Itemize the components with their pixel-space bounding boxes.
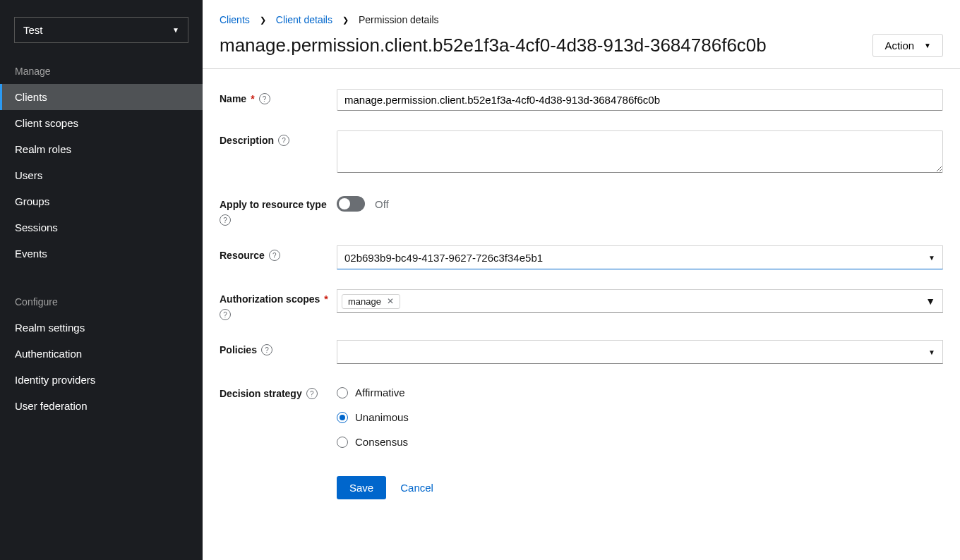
main-content: Clients ❯ Client details ❯ Permission de… (203, 0, 960, 560)
required-indicator: * (251, 93, 254, 104)
breadcrumb-current: Permission details (359, 14, 439, 25)
sidebar-item-users[interactable]: Users (0, 162, 203, 188)
name-input[interactable] (337, 89, 943, 111)
auth-scopes-select[interactable]: manage ✕ ▼ (337, 289, 943, 313)
policies-select[interactable]: ▼ (337, 340, 943, 364)
save-button[interactable]: Save (337, 476, 386, 499)
caret-down-icon: ▼ (924, 42, 931, 49)
chevron-right-icon: ❯ (342, 16, 349, 25)
nav-section-configure-label: Configure (0, 288, 203, 315)
cancel-button[interactable]: Cancel (397, 476, 436, 499)
action-dropdown-label: Action (884, 39, 914, 51)
caret-down-icon: ▼ (172, 26, 179, 34)
sidebar-item-realm-roles[interactable]: Realm roles (0, 136, 203, 162)
breadcrumb-clients[interactable]: Clients (220, 14, 250, 25)
chevron-right-icon: ❯ (260, 16, 266, 25)
description-label: Description (220, 135, 274, 146)
switch-off-label: Off (375, 198, 389, 210)
sidebar-item-realm-settings[interactable]: Realm settings (0, 315, 203, 341)
scope-chip: manage ✕ (342, 294, 400, 309)
realm-selector[interactable]: Test ▼ (14, 17, 188, 43)
help-icon[interactable]: ? (278, 135, 289, 146)
auth-scopes-label: Authorization scopes (220, 293, 320, 305)
page-header: Clients ❯ Client details ❯ Permission de… (203, 0, 960, 69)
caret-down-icon: ▼ (925, 296, 935, 307)
sidebar-item-groups[interactable]: Groups (0, 188, 203, 214)
required-indicator: * (324, 293, 328, 305)
radio-icon (337, 387, 348, 398)
realm-selector-label: Test (23, 24, 43, 36)
help-icon[interactable]: ? (259, 93, 270, 104)
resource-value: 02b693b9-bc49-4137-9627-726c3f34e5b1 (344, 252, 543, 264)
page-title: manage.permission.client.b52e1f3a-4cf0-4… (220, 35, 767, 56)
permission-form: Name * ? Description ? Apply to resource… (203, 69, 960, 519)
action-dropdown[interactable]: Action ▼ (872, 34, 943, 57)
radio-label: Consensus (355, 436, 408, 448)
radio-icon (337, 412, 348, 423)
policies-label: Policies (220, 344, 257, 355)
resource-label: Resource (220, 250, 265, 261)
resource-select[interactable]: 02b693b9-bc49-4137-9627-726c3f34e5b1 ▼ (337, 245, 943, 269)
radio-unanimous[interactable]: Unanimous (337, 411, 943, 423)
help-icon[interactable]: ? (306, 388, 318, 399)
decision-strategy-label: Decision strategy (220, 388, 302, 399)
sidebar-item-identity-providers[interactable]: Identity providers (0, 367, 203, 393)
close-icon[interactable]: ✕ (387, 296, 394, 306)
nav-section-manage-label: Manage (0, 57, 203, 84)
sidebar-item-client-scopes[interactable]: Client scopes (0, 110, 203, 136)
sidebar-item-user-federation[interactable]: User federation (0, 393, 203, 419)
help-icon[interactable]: ? (269, 250, 280, 261)
sidebar-item-authentication[interactable]: Authentication (0, 341, 203, 367)
chip-label: manage (348, 296, 381, 307)
description-input[interactable] (337, 130, 943, 173)
help-icon[interactable]: ? (220, 214, 231, 226)
radio-label: Unanimous (355, 411, 409, 423)
caret-down-icon: ▼ (928, 348, 935, 356)
radio-label: Affirmative (355, 386, 405, 398)
decision-strategy-group: Affirmative Unanimous Consensus (337, 384, 943, 448)
help-icon[interactable]: ? (261, 344, 272, 355)
apply-resource-type-label: Apply to resource type (220, 199, 327, 210)
radio-icon (337, 437, 348, 448)
breadcrumb: Clients ❯ Client details ❯ Permission de… (220, 14, 943, 25)
radio-affirmative[interactable]: Affirmative (337, 386, 943, 398)
radio-consensus[interactable]: Consensus (337, 436, 943, 448)
sidebar-item-clients[interactable]: Clients (0, 84, 203, 110)
name-label: Name (220, 93, 246, 104)
help-icon[interactable]: ? (220, 309, 231, 320)
switch-knob (339, 198, 350, 209)
breadcrumb-client-details[interactable]: Client details (276, 14, 332, 25)
sidebar-item-events[interactable]: Events (0, 241, 203, 267)
sidebar: Test ▼ Manage Clients Client scopes Real… (0, 0, 203, 560)
apply-resource-type-switch[interactable] (337, 196, 365, 212)
sidebar-item-sessions[interactable]: Sessions (0, 214, 203, 241)
caret-down-icon: ▼ (928, 254, 935, 262)
